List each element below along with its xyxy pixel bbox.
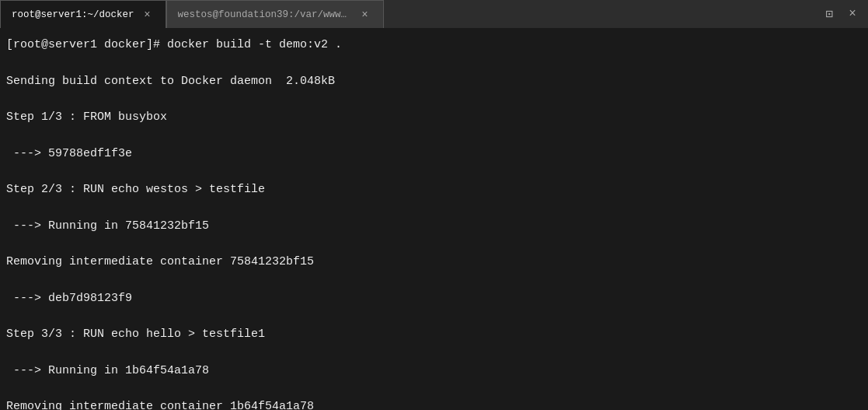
terminal-line: Removing intermediate container 75841232… (6, 253, 862, 271)
terminal-line: Step 1/3 : FROM busybox (6, 108, 862, 126)
terminal-line: ---> Running in 1b64f54a1a78 (6, 362, 862, 380)
terminal-line: ---> 59788edf1f3e (6, 145, 862, 163)
restore-button[interactable]: ⊡ (820, 5, 838, 23)
tab-1[interactable]: root@server1:~/docker× (0, 0, 166, 28)
terminal-line: Sending build context to Docker daemon 2… (6, 72, 862, 90)
terminal-line: ---> deb7d98123f9 (6, 289, 862, 307)
terminal-line: Step 3/3 : RUN echo hello > testfile1 (6, 325, 862, 343)
terminal-line: Removing intermediate container 1b64f54a… (6, 398, 862, 410)
tab-label-2: westos@foundation39:/var/www/html/docker… (178, 9, 352, 20)
terminal-line: Step 2/3 : RUN echo westos > testfile (6, 180, 862, 198)
tab-close-2[interactable]: × (358, 8, 372, 22)
close-button[interactable]: × (843, 5, 862, 23)
titlebar: root@server1:~/docker×westos@foundation3… (0, 0, 868, 28)
terminal-line: ---> Running in 75841232bf15 (6, 217, 862, 235)
terminal-line: [root@server1 docker]# docker build -t d… (6, 36, 862, 54)
titlebar-actions: ⊡ × (820, 0, 868, 28)
terminal: [root@server1 docker]# docker build -t d… (0, 28, 868, 410)
tab-2[interactable]: westos@foundation39:/var/www/html/docker… (166, 0, 384, 28)
tab-close-1[interactable]: × (141, 8, 155, 22)
tab-label-1: root@server1:~/docker (12, 9, 134, 20)
